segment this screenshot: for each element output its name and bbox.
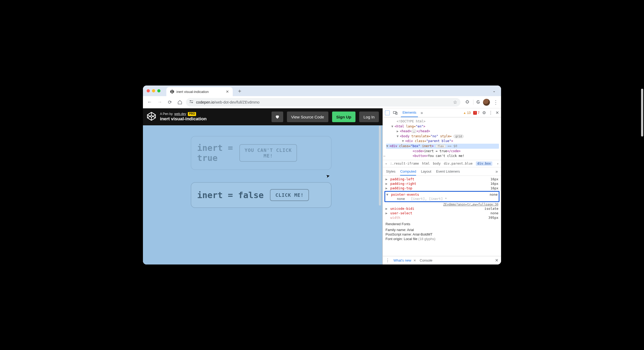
profile-avatar[interactable] <box>483 99 490 106</box>
highlighted-property: ▼pointer-eventsnone none [inert], [inert… <box>384 191 499 202</box>
browser-tab[interactable]: inert visual-indication ✕ <box>166 87 233 96</box>
url-bar[interactable]: codepen.io/web-dot-dev/full/ZEvdmmo ☆ <box>186 98 460 106</box>
chrome-menu-icon[interactable]: ⋮ <box>493 99 498 105</box>
inert-false-label: inert = false <box>197 190 264 200</box>
signup-button[interactable]: Sign Up <box>332 112 356 122</box>
favicon-codepen-icon <box>170 89 174 94</box>
site-settings-icon[interactable] <box>189 100 193 104</box>
subtab-layout[interactable]: Layout <box>421 169 431 173</box>
devtools-tab-elements[interactable]: Elements <box>401 108 418 117</box>
dom-overflow-icon: ⋯ <box>383 154 385 159</box>
devtools-menu-icon[interactable]: ⋮ <box>489 110 493 115</box>
inspect-element-icon[interactable] <box>385 110 390 115</box>
inert-button-enabled[interactable]: CLICK ME! <box>270 189 309 201</box>
back-button[interactable]: ← <box>146 98 154 106</box>
inert-true-label: inert = true <box>197 143 233 163</box>
view-source-button[interactable]: View Source Code <box>287 112 328 122</box>
toolbar-separator <box>473 100 473 105</box>
pen-title: inert visual-indication <box>160 116 207 122</box>
drawer-tab-close-icon[interactable]: ✕ <box>413 259 416 262</box>
maximize-window-button[interactable] <box>157 89 160 92</box>
extensions-icon[interactable] <box>465 100 470 105</box>
drawer-tab-console[interactable]: Console <box>420 258 433 262</box>
login-button[interactable]: Log In <box>359 112 379 122</box>
reload-button[interactable]: ⟳ <box>166 98 174 106</box>
browser-window: inert visual-indication ✕ ＋ ⌄ ← → ⟳ code… <box>143 86 501 264</box>
crumb-next-icon[interactable]: ▸ <box>497 162 499 165</box>
subtab-computed[interactable]: Computed <box>400 169 416 176</box>
devtools-settings-icon[interactable]: ⚙ <box>482 110 486 115</box>
subtabs-more-icon[interactable]: » <box>495 169 498 174</box>
subtab-event-listeners[interactable]: Event Listeners <box>436 169 460 173</box>
traffic-lights <box>147 89 160 92</box>
home-button[interactable] <box>176 98 184 106</box>
pen-author-link[interactable]: web.dev <box>174 112 186 116</box>
devtools-tabs-more-icon[interactable]: » <box>421 110 423 115</box>
devtools-close-icon[interactable]: ✕ <box>495 110 499 115</box>
drawer-close-icon[interactable]: ✕ <box>495 258 498 263</box>
google-account-icon[interactable]: G <box>477 100 480 105</box>
pen-preview: inert = true YOU CAN'T CLICK ME! inert =… <box>143 125 383 264</box>
computed-styles-panel[interactable]: ▶padding-left16px ▶padding-right16px ▶pa… <box>383 176 501 256</box>
preview-scrollbar[interactable] <box>378 126 382 264</box>
errors-indicator[interactable]: !7 <box>473 111 480 115</box>
warnings-indicator[interactable]: ▲13 <box>463 111 471 115</box>
tab-overflow-button[interactable]: ⌄ <box>491 88 497 94</box>
page: A Pen by web.dev PRO inert visual-indica… <box>143 108 383 264</box>
inert-true-box: inert = true YOU CAN'T CLICK ME! <box>191 136 332 170</box>
device-toolbar-icon[interactable] <box>392 110 398 116</box>
drawer-tab-whatsnew[interactable]: What's new <box>393 258 411 262</box>
new-tab-button[interactable]: ＋ <box>235 87 244 95</box>
rendered-fonts-heading: Rendered Fonts <box>385 220 498 228</box>
crumb-prev-icon[interactable]: ◂ <box>385 162 387 165</box>
dom-tree[interactable]: <!DOCTYPE html> ▼<html lang="en"> ▶<head… <box>383 117 501 160</box>
subtab-styles[interactable]: Styles <box>386 169 395 173</box>
titlebar: inert visual-indication ✕ ＋ ⌄ <box>143 86 501 96</box>
pro-badge: PRO <box>188 112 196 116</box>
pen-meta: A Pen by web.dev PRO inert visual-indica… <box>160 112 207 122</box>
inert-button-disabled: YOU CAN'T CLICK ME! <box>239 144 297 162</box>
inert-false-box: inert = false CLICK ME! <box>191 182 332 208</box>
dom-breadcrumbs[interactable]: ◂ :.result-iframe html body div.parent.b… <box>383 160 501 167</box>
devtools-drawer: ⋮ What's new ✕ Console ✕ <box>383 256 501 264</box>
love-button[interactable] <box>272 112 283 122</box>
scrollbar-thumb[interactable] <box>379 126 381 206</box>
content-area: A Pen by web.dev PRO inert visual-indica… <box>143 108 501 264</box>
styles-subtabs: Styles Computed Layout Event Listeners » <box>383 167 501 176</box>
drawer-menu-icon[interactable]: ⋮ <box>385 258 390 263</box>
forward-button[interactable]: → <box>156 98 164 106</box>
source-file-link[interactable]: ZEvdmmo?anon=tr…ew=fullpage:30 <box>385 203 498 206</box>
tab-close-icon[interactable]: ✕ <box>226 89 229 94</box>
codepen-logo-icon[interactable] <box>147 112 156 122</box>
tab-title: inert visual-indication <box>176 90 224 94</box>
close-window-button[interactable] <box>147 89 150 92</box>
devtools-toolbar: Elements » ▲13 !7 ⚙ ⋮ ✕ <box>383 108 501 117</box>
codepen-header: A Pen by web.dev PRO inert visual-indica… <box>143 108 383 125</box>
url-toolbar: ← → ⟳ codepen.io/web-dot-dev/full/ZEvdmm… <box>143 96 501 108</box>
devtools-panel: Elements » ▲13 !7 ⚙ ⋮ ✕ <!DOCTYPE html> … <box>383 108 501 264</box>
minimize-window-button[interactable] <box>152 89 155 92</box>
pen-author-line: A Pen by web.dev PRO <box>160 112 207 116</box>
bookmark-star-icon[interactable]: ☆ <box>453 99 457 105</box>
url-text: codepen.io/web-dot-dev/full/ZEvdmmo <box>196 100 260 104</box>
